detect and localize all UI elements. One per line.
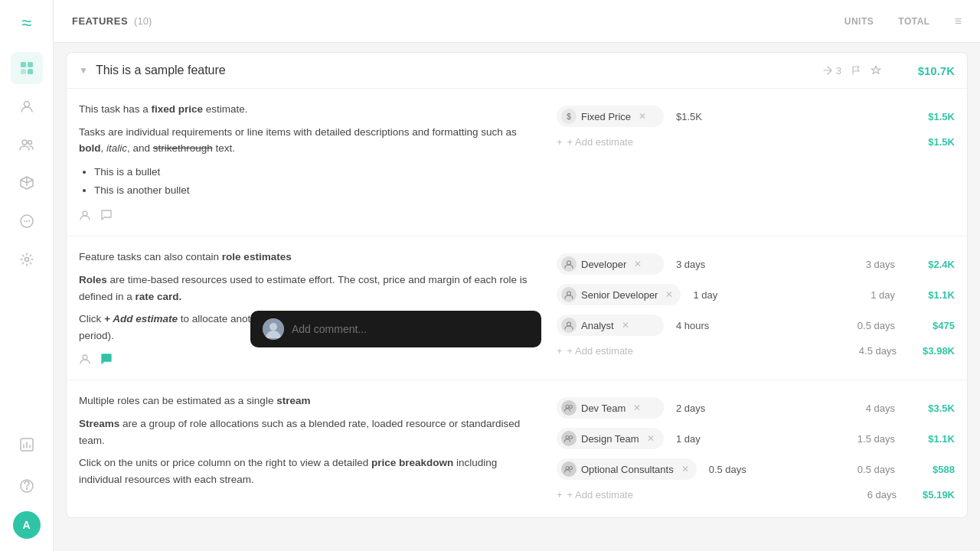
- estimate-tag-label: Optional Consultants: [581, 464, 674, 475]
- svg-rect-3: [28, 69, 33, 74]
- estimate-tag-label: Developer: [581, 259, 626, 270]
- sidebar-item-user[interactable]: [11, 90, 43, 122]
- sidebar-item-chat[interactable]: [11, 205, 43, 237]
- estimate-row: Developer ✕ 3 days 3 days $2.4K: [557, 249, 955, 279]
- task-row: This task has a fixed price estimate. Ta…: [67, 89, 967, 236]
- svg-point-22: [570, 406, 573, 409]
- svg-point-4: [24, 102, 29, 107]
- estimate-tag-label: Analyst: [581, 320, 614, 331]
- estimate-row: $ Fixed Price ✕ $1.5K $1.5K: [557, 101, 955, 132]
- estimate-value: 1 day: [676, 433, 701, 445]
- svg-rect-0: [21, 62, 26, 67]
- estimate-rows: Developer ✕ 3 days 3 days $2.4K: [557, 249, 955, 361]
- sidebar-item-dashboard[interactable]: [11, 52, 43, 84]
- subtotal-units: 6 days: [835, 489, 897, 500]
- task-actions: [79, 209, 538, 223]
- estimate-row: Dev Team ✕ 2 days 4 days $3.5K: [557, 393, 955, 423]
- add-icon: +: [557, 136, 563, 148]
- stream-icon: [561, 431, 577, 446]
- task-estimates: Dev Team ✕ 2 days 4 days $3.5K: [557, 393, 955, 505]
- svg-point-17: [83, 355, 87, 360]
- estimate-tag-close[interactable]: ✕: [622, 320, 629, 331]
- estimate-tag: Developer ✕: [557, 253, 664, 275]
- feature-count: 3: [836, 65, 841, 77]
- task-bullets: This is a bullet This is another bullet: [94, 163, 538, 201]
- feature-title: This is a sample feature: [96, 64, 822, 77]
- estimate-tag: Analyst ✕: [557, 315, 664, 336]
- sidebar-item-reports[interactable]: [11, 429, 43, 461]
- filter-icon[interactable]: ≡: [955, 15, 962, 28]
- estimate-tag-label: Design Team: [581, 433, 639, 445]
- fixed-price-icon: $: [561, 109, 577, 124]
- header-left: FEATURES (10): [72, 15, 152, 27]
- add-estimate-button[interactable]: + + Add estimate $1.5K: [557, 132, 955, 152]
- estimate-tag-close[interactable]: ✕: [665, 289, 673, 300]
- estimate-tag-close[interactable]: ✕: [681, 464, 689, 474]
- estimate-value: 0.5 days: [709, 464, 746, 475]
- task-detail2: Click on the units or price column on th…: [79, 455, 538, 487]
- svg-point-9: [26, 220, 28, 222]
- estimate-row: Senior Developer ✕ 1 day 1 day $1.1K: [557, 279, 955, 310]
- role-icon: [561, 256, 577, 272]
- bullet-item: This is a bullet: [94, 163, 538, 181]
- feature-chevron-icon[interactable]: ▼: [79, 65, 88, 76]
- estimate-total: $588: [901, 464, 955, 475]
- comment-active-icon[interactable]: [100, 353, 113, 367]
- estimate-tag-close[interactable]: ✕: [639, 111, 646, 122]
- estimate-row: Analyst ✕ 4 hours 0.5 days $475: [557, 310, 955, 341]
- feature-star-icon[interactable]: [871, 65, 881, 76]
- bullet-item: This is another bullet: [94, 181, 538, 200]
- app-logo[interactable]: ≈: [21, 12, 31, 34]
- add-estimate-button[interactable]: + + Add estimate 4.5 days $3.98K: [557, 341, 955, 361]
- comment-input[interactable]: [292, 323, 529, 335]
- feature-flag-icon[interactable]: [851, 65, 861, 76]
- svg-point-11: [24, 258, 28, 262]
- estimate-total: $1.1K: [901, 289, 955, 301]
- estimate-tag-close[interactable]: ✕: [634, 259, 642, 269]
- estimate-tag-close[interactable]: ✕: [647, 433, 655, 444]
- add-icon: +: [557, 345, 563, 357]
- user-avatar[interactable]: A: [13, 511, 41, 539]
- features-count: (10): [134, 15, 152, 27]
- estimate-total: $2.4K: [901, 259, 955, 270]
- svg-point-5: [22, 140, 27, 145]
- sidebar-item-help[interactable]: [11, 470, 43, 502]
- feature-connections: 3: [822, 65, 841, 77]
- estimate-tag-close[interactable]: ✕: [633, 403, 641, 413]
- estimate-tag: Dev Team ✕: [557, 397, 664, 419]
- task-desc: Multiple roles can be estimated as a sin…: [79, 393, 538, 409]
- svg-point-8: [24, 220, 25, 222]
- estimate-tag: Optional Consultants ✕: [557, 458, 697, 480]
- svg-point-25: [566, 467, 569, 470]
- header-right: UNITS TOTAL ≡: [844, 15, 962, 28]
- comment-icon[interactable]: [100, 209, 113, 223]
- sidebar-item-team[interactable]: [11, 129, 43, 161]
- sidebar-item-settings[interactable]: [11, 243, 43, 276]
- svg-point-14: [83, 211, 87, 216]
- estimate-value: $1.5K: [676, 111, 702, 122]
- add-estimate-button[interactable]: + + Add estimate 6 days $5.19K: [557, 484, 955, 505]
- assign-icon[interactable]: [79, 209, 91, 223]
- task-detail: Tasks are individual requirements or lin…: [79, 124, 538, 157]
- svg-rect-2: [21, 69, 26, 74]
- estimate-units: 0.5 days: [834, 464, 895, 475]
- add-estimate-label: + Add estimate: [567, 345, 633, 357]
- svg-point-26: [570, 467, 573, 470]
- estimate-tag-label: Senior Developer: [581, 289, 658, 301]
- task-estimates: Developer ✕ 3 days 3 days $2.4K: [557, 249, 955, 367]
- add-estimate-label: + Add estimate: [567, 136, 633, 148]
- task-actions: [79, 353, 538, 367]
- task-estimates: $ Fixed Price ✕ $1.5K $1.5K + + Add esti…: [557, 101, 955, 223]
- sidebar-item-box[interactable]: [11, 167, 43, 199]
- commenter-avatar: [263, 318, 284, 340]
- feature-header: ▼ This is a sample feature 3 $10.7K: [67, 53, 967, 89]
- add-estimate-label: + Add estimate: [567, 489, 633, 500]
- estimate-tag-label: Fixed Price: [581, 111, 631, 122]
- assign-icon[interactable]: [79, 353, 91, 367]
- svg-rect-1: [28, 62, 33, 67]
- estimate-total: $3.5K: [901, 403, 955, 414]
- role-icon: [561, 318, 577, 333]
- estimate-row: Design Team ✕ 1 day 1.5 days $1.1K: [557, 423, 955, 454]
- estimate-units: 3 days: [834, 259, 895, 270]
- stream-icon: [561, 461, 577, 477]
